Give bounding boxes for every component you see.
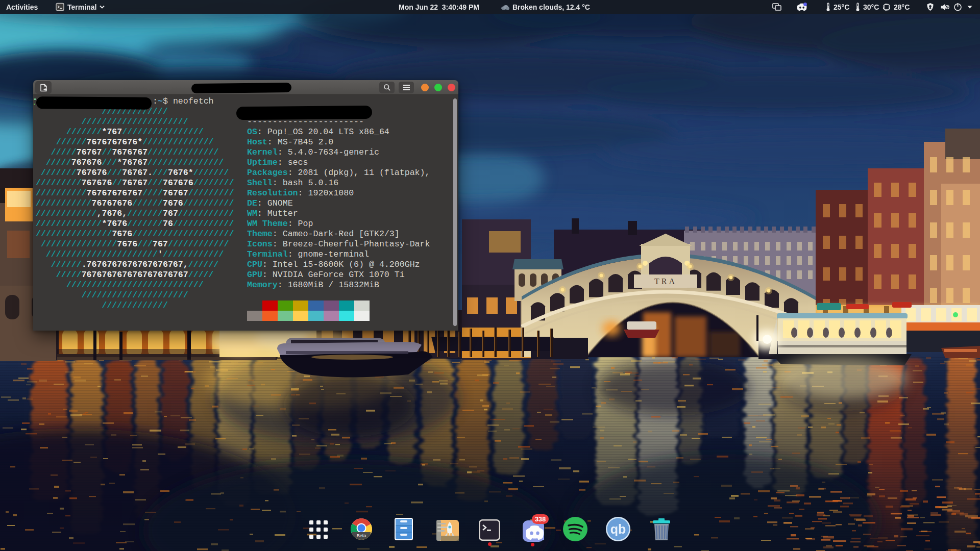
svg-text:338: 338 — [535, 515, 546, 523]
svg-text:TRA: TRA — [654, 277, 677, 286]
svg-text:Beta: Beta — [357, 533, 366, 538]
svg-text:qb: qb — [610, 522, 626, 536]
